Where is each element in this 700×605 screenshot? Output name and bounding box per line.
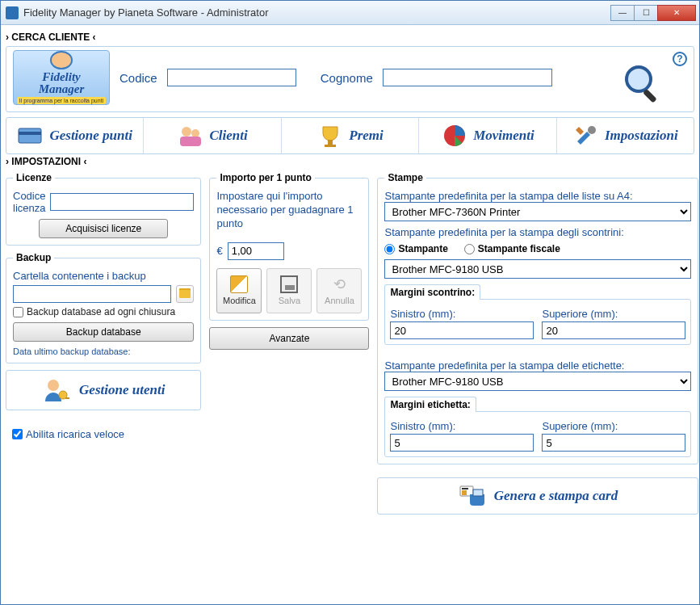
settings-col-middle: Importo per 1 punto Impostare qui l'impo…: [209, 172, 369, 515]
codice-licenza-label: Codice licenza: [13, 190, 45, 214]
logo-subtitle: Il programma per la raccolta punti: [17, 97, 106, 104]
svg-rect-2: [19, 128, 41, 143]
stampe-legend: Stampe: [384, 172, 425, 183]
svg-rect-1: [643, 89, 657, 103]
tab-clienti[interactable]: Clienti: [144, 118, 281, 153]
radio-stampante[interactable]: [384, 244, 395, 254]
genera-stampa-card-button[interactable]: Genera e stampa card: [377, 477, 698, 515]
svg-rect-14: [462, 488, 468, 489]
search-client-header: › CERCA CLIENTE ‹: [6, 32, 694, 43]
scontrini-printer-select[interactable]: Brother MFC-9180 USB: [384, 259, 691, 279]
etichetta-superiore-input[interactable]: [542, 434, 685, 452]
backup-on-close-checkbox[interactable]: [13, 307, 23, 317]
salva-button[interactable]: Salva: [266, 268, 312, 313]
etichetta-sinistro-label: Sinistro (mm):: [390, 420, 534, 432]
browse-folder-button[interactable]: [176, 285, 194, 303]
euro-symbol: €: [216, 245, 222, 257]
radio-fiscale[interactable]: [464, 244, 475, 254]
undo-icon: ⟲: [333, 275, 346, 293]
avanzate-button[interactable]: Avanzate: [209, 327, 369, 350]
backup-folder-label: Cartella contenente i backup: [13, 270, 194, 282]
svg-point-4: [182, 127, 191, 137]
margini-scontrino-box: Sinistro (mm): Superiore (mm):: [384, 299, 691, 345]
tab-gestione-punti[interactable]: Gestione punti: [6, 118, 144, 153]
backup-on-close-row[interactable]: Backup database ad ogni chiusura: [13, 306, 194, 317]
scontrino-sinistro-input[interactable]: [390, 321, 534, 339]
settings-area: Licenze Codice licenza Acquisisci licenz…: [6, 172, 694, 515]
svg-rect-3: [19, 132, 41, 135]
printer-card-icon: [459, 483, 488, 510]
tab-impostazioni-label: Impostazioni: [605, 128, 678, 144]
app-window: Fidelity Manager by Pianeta Software - A…: [0, 0, 700, 605]
logo-text-2: Manager: [39, 83, 85, 95]
etichetta-sinistro-input[interactable]: [390, 434, 534, 452]
etichette-printer-label: Stampante predefinita per la stampa dell…: [384, 359, 691, 372]
codice-label: Codice: [119, 71, 157, 85]
radio-stampante-row[interactable]: Stampante: [384, 243, 447, 254]
close-button[interactable]: ✕: [657, 5, 696, 21]
codice-input[interactable]: [167, 69, 296, 86]
codice-licenza-input[interactable]: [50, 193, 194, 211]
importo-input[interactable]: [228, 242, 284, 260]
svg-rect-15: [462, 490, 467, 495]
logo-text-1: Fidelity: [42, 71, 81, 83]
scontrino-superiore-label: Superiore (mm):: [542, 308, 685, 320]
tab-clienti-label: Clienti: [209, 128, 247, 144]
svg-rect-6: [180, 137, 201, 146]
abilita-ricarica-row[interactable]: Abilita ricarica veloce: [12, 428, 201, 440]
radio-fiscale-label: Stampante fiscale: [478, 243, 560, 254]
search-fields: Codice Cognome: [119, 69, 552, 86]
backup-legend: Backup: [13, 252, 54, 263]
modifica-button[interactable]: Modifica: [216, 268, 262, 313]
salva-label: Salva: [279, 296, 301, 305]
logo-avatar-icon: [50, 51, 73, 69]
maximize-button[interactable]: ☐: [634, 5, 658, 21]
search-icon[interactable]: [621, 61, 664, 107]
a4-printer-select[interactable]: Brother MFC-7360N Printer: [384, 202, 691, 221]
window-title: Fidelity Manager by Pianeta Software - A…: [23, 6, 611, 19]
acquisisci-licenze-button[interactable]: Acquisisci licenze: [39, 219, 168, 238]
stampe-group: Stampe Stampante predefinita per la stam…: [377, 172, 698, 464]
importo-toolbar: Modifica Salva ⟲ Annulla: [216, 268, 362, 313]
etichetta-superiore-label: Superiore (mm):: [542, 420, 685, 432]
backup-group: Backup Cartella contenente i backup Back…: [6, 252, 201, 363]
help-icon[interactable]: ?: [673, 52, 687, 66]
floppy-icon: [280, 275, 298, 293]
minimize-button[interactable]: —: [610, 5, 635, 21]
app-logo: Fidelity Manager Il programma per la rac…: [13, 50, 110, 105]
app-icon: [6, 6, 19, 19]
scontrino-superiore-input[interactable]: [542, 321, 685, 339]
annulla-label: Annulla: [325, 296, 354, 305]
genera-stampa-card-label: Genera e stampa card: [494, 488, 618, 504]
margini-etichetta-box: Sinistro (mm): Superiore (mm):: [384, 411, 691, 457]
annulla-button[interactable]: ⟲ Annulla: [316, 268, 362, 313]
tab-movimenti[interactable]: Movimenti: [419, 118, 556, 153]
svg-point-0: [627, 67, 651, 91]
folder-icon: [179, 290, 191, 298]
tab-premi-label: Premi: [349, 128, 384, 144]
svg-rect-16: [473, 489, 483, 496]
cognome-input[interactable]: [383, 69, 552, 86]
settings-col-left: Licenze Codice licenza Acquisisci licenz…: [6, 172, 201, 515]
gestione-utenti-button[interactable]: Gestione utenti: [6, 370, 201, 410]
search-panel: Fidelity Manager Il programma per la rac…: [6, 46, 694, 112]
radio-fiscale-row[interactable]: Stampante fiscale: [464, 243, 560, 254]
importo-legend: Importo per 1 punto: [216, 172, 314, 183]
content-area: › CERCA CLIENTE ‹ Fidelity Manager Il pr…: [1, 25, 699, 604]
tools-icon: [572, 122, 600, 149]
tab-impostazioni[interactable]: Impostazioni: [557, 118, 694, 153]
backup-folder-input[interactable]: [13, 285, 171, 303]
cognome-label: Cognome: [321, 71, 373, 85]
chart-icon: [441, 122, 468, 149]
gestione-utenti-label: Gestione utenti: [79, 382, 165, 398]
tab-premi[interactable]: Premi: [282, 118, 419, 153]
importo-description: Impostare qui l'importo necessario per g…: [216, 190, 362, 231]
settings-col-right: Stampe Stampante predefinita per la stam…: [377, 172, 698, 515]
a4-printer-label: Stampante predefinita per la stampa dell…: [384, 190, 691, 202]
backup-database-button[interactable]: Backup database: [13, 322, 194, 342]
abilita-ricarica-checkbox[interactable]: [12, 429, 23, 439]
svg-point-9: [588, 126, 596, 134]
tab-movimenti-label: Movimenti: [473, 128, 534, 144]
etichette-printer-select[interactable]: Brother MFC-9180 USB: [384, 372, 691, 391]
titlebar: Fidelity Manager by Pianeta Software - A…: [1, 1, 699, 25]
